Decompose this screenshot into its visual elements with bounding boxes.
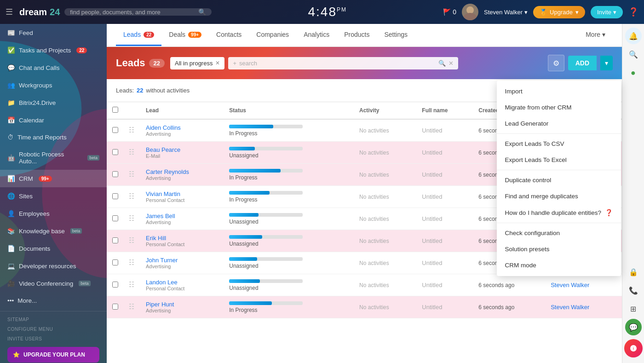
upgrade-button[interactable]: 🏅 Upgrade ▾ [533, 6, 585, 18]
configure-label[interactable]: CONFIGURE MENU [0, 323, 107, 333]
lead-name-link[interactable]: Beau Pearce [146, 146, 218, 153]
row-drag-handle[interactable] [124, 119, 140, 142]
settings-button[interactable]: ⚙ [548, 55, 564, 71]
dropdown-lead-gen[interactable]: Lead Generator [497, 115, 621, 132]
select-all-checkbox[interactable] [112, 107, 118, 113]
tab-deals[interactable]: Deals 99+ [161, 24, 209, 46]
add-caret-button[interactable]: ▾ [600, 56, 613, 70]
sidebar-item-time[interactable]: ⏱ Time and Reports [0, 129, 107, 146]
th-status[interactable]: Status [224, 102, 354, 119]
help-icon[interactable]: ❓ [628, 7, 638, 17]
logo-text: dream [19, 7, 47, 17]
global-search[interactable]: 🔍 [64, 8, 212, 16]
tab-products[interactable]: Products [337, 24, 377, 46]
row-drag-handle[interactable] [124, 230, 140, 252]
row-checkbox[interactable] [112, 171, 118, 177]
lead-name-link[interactable]: Erik Hill [146, 235, 218, 242]
tab-leads[interactable]: Leads 22 [116, 24, 161, 46]
sidebar-item-sites[interactable]: 🌐 Sites [0, 187, 107, 205]
row-drag-handle[interactable] [124, 164, 140, 186]
sitemap-label[interactable]: SITEMAP [0, 313, 107, 323]
invite-users-label[interactable]: INVITE USERS [0, 333, 107, 342]
row-checkbox[interactable] [112, 304, 118, 310]
rail-icon-3[interactable]: ● [625, 64, 642, 81]
sidebar-item-chat[interactable]: 💬 Chat and Calls [0, 59, 107, 76]
svg-rect-44 [129, 282, 131, 282]
grid-icon[interactable]: ⊞ [625, 300, 642, 317]
sidebar-item-employees[interactable]: 👤 Employees [0, 205, 107, 222]
sidebar-item-drive[interactable]: 📁 Bitrix24.Drive [0, 94, 107, 111]
dropdown-import[interactable]: Import [497, 83, 621, 99]
dropdown-find-merge[interactable]: Find and merge duplicates [497, 188, 621, 204]
tab-companies[interactable]: Companies [249, 24, 296, 46]
search-rail-icon[interactable]: 🔍 [625, 46, 642, 63]
sidebar-item-developer[interactable]: 💻 Developer resources [0, 257, 107, 275]
upgrade-plan-button[interactable]: ⭐ UPGRADE YOUR PLAN [7, 347, 99, 363]
row-drag-handle[interactable] [124, 186, 140, 208]
sidebar-item-tasks[interactable]: ✅ Tasks and Projects 22 [0, 41, 107, 59]
sidebar-item-more[interactable]: ••• More... [0, 292, 107, 309]
chat-fab-icon[interactable]: 💬 [625, 319, 642, 335]
leads-search-bar[interactable]: + 🔍 ✕ [228, 57, 458, 69]
lock-icon[interactable]: 🔒 [625, 264, 642, 280]
lead-name-link[interactable]: Piper Hunt [146, 301, 218, 308]
leads-search-input[interactable] [239, 60, 436, 67]
filter-tag-all-in-progress[interactable]: All in progress ✕ [170, 57, 224, 69]
resp-name[interactable]: Steven Walker [551, 282, 589, 288]
row-checkbox[interactable] [112, 259, 118, 265]
row-drag-handle[interactable] [124, 296, 140, 318]
tab-contacts[interactable]: Contacts [209, 24, 249, 46]
invite-button[interactable]: Invite ▾ [591, 6, 623, 18]
phone-icon[interactable]: 📞 [625, 282, 642, 299]
notifications-icon[interactable]: 🔔 [625, 28, 642, 44]
sidebar-item-feed[interactable]: 📰 Feed [0, 24, 107, 41]
row-checkbox[interactable] [112, 149, 118, 155]
row-checkbox[interactable] [112, 215, 118, 221]
add-button[interactable]: ADD [568, 56, 597, 70]
status-label: Unassigned [229, 241, 303, 247]
sidebar-item-workgroups[interactable]: 👥 Workgroups [0, 76, 107, 94]
tab-settings[interactable]: Settings [377, 24, 415, 46]
row-checkbox[interactable] [112, 127, 118, 133]
row-checkbox[interactable] [112, 282, 118, 288]
lead-name-link[interactable]: James Bell [146, 213, 218, 219]
sidebar-item-calendar[interactable]: 📅 Calendar [0, 111, 107, 129]
sidebar-item-robotic[interactable]: 🤖 Robotic Process Auto... beta [0, 146, 107, 170]
resp-name[interactable]: Steven Walker [551, 304, 589, 311]
sidebar-item-documents[interactable]: 📄 Documents [0, 240, 107, 257]
row-checkbox[interactable] [112, 237, 118, 243]
lead-name-link[interactable]: Landon Lee [146, 279, 218, 286]
dropdown-migrate[interactable]: Migrate from other CRM [497, 99, 621, 115]
hamburger-icon[interactable]: ☰ [6, 7, 13, 17]
flag-button[interactable]: 🚩 0 [443, 8, 456, 16]
dropdown-export-excel[interactable]: Export Leads To Excel [497, 152, 621, 168]
dropdown-check-config[interactable]: Check configuration [497, 225, 621, 241]
dropdown-handle-dup[interactable]: How do I handle duplicate entities? ❓ [497, 204, 621, 221]
lead-name-link[interactable]: Carter Reynolds [146, 168, 218, 175]
filter-remove-icon[interactable]: ✕ [215, 60, 220, 66]
dropdown-export-csv[interactable]: Export Leads To CSV [497, 136, 621, 152]
row-drag-handle[interactable] [124, 208, 140, 230]
filter-clear-icon[interactable]: ✕ [448, 60, 454, 67]
search-input[interactable] [70, 9, 195, 16]
dropdown-solution[interactable]: Solution presets [497, 241, 621, 257]
lead-name-link[interactable]: Aiden Collins [146, 124, 218, 131]
lead-name-link[interactable]: Vivian Martin [146, 190, 218, 197]
th-activity[interactable]: Activity [354, 102, 416, 119]
float-action-button[interactable] [624, 339, 643, 357]
lead-name-link[interactable]: John Turner [146, 257, 218, 264]
user-menu[interactable]: Steven Walker ▾ [484, 9, 528, 16]
sidebar-item-knowledge[interactable]: 📚 Knowledge base beta [0, 222, 107, 240]
th-fullname[interactable]: Full name [416, 102, 473, 119]
tab-analytics[interactable]: Analytics [296, 24, 337, 46]
row-drag-handle[interactable] [124, 142, 140, 164]
dropdown-crm-mode[interactable]: CRM mode [497, 257, 621, 273]
th-lead[interactable]: Lead [140, 102, 224, 119]
row-drag-handle[interactable] [124, 252, 140, 274]
tab-more[interactable]: More ▾ [578, 24, 613, 46]
row-drag-handle[interactable] [124, 274, 140, 296]
dropdown-dup-control[interactable]: Duplicate control [497, 172, 621, 188]
sidebar-item-video[interactable]: 🎥 Video Conferencing beta [0, 275, 107, 292]
row-checkbox[interactable] [112, 193, 118, 199]
sidebar-item-crm[interactable]: 📊 CRM 99+ [0, 170, 107, 187]
